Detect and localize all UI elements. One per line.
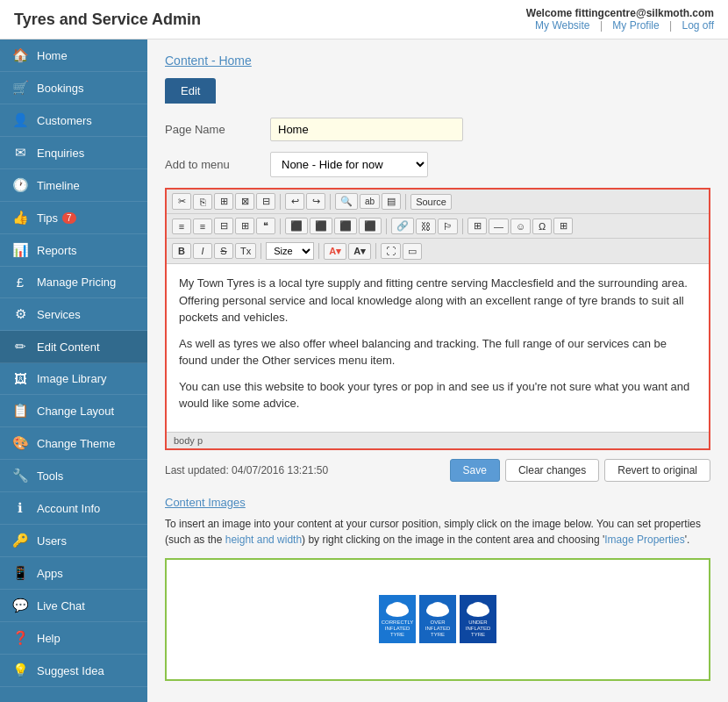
sidebar-item-reports[interactable]: 📊Reports (0, 234, 147, 267)
sidebar-item-image-library[interactable]: 🖼Image Library (0, 363, 147, 395)
btn-paste[interactable]: ⊞ (214, 193, 233, 210)
btn-align-left[interactable]: ⬛ (285, 218, 308, 234)
content-images-title[interactable]: Content Images (165, 496, 710, 509)
btn-select-all[interactable]: ▤ (382, 193, 401, 210)
sidebar-icon-timeline: 🕐 (12, 177, 28, 193)
tab-edit[interactable]: Edit (165, 78, 216, 104)
btn-clear-format[interactable]: Tx (235, 243, 256, 259)
btn-ul[interactable]: ≡ (193, 218, 212, 234)
sidebar-item-account-info[interactable]: ℹAccount Info (0, 492, 147, 525)
btn-indent-dec[interactable]: ⊟ (214, 218, 233, 234)
btn-blockquote[interactable]: ❝ (256, 218, 275, 234)
sidebar-icon-users: 🔑 (12, 533, 28, 548)
sidebar-item-home[interactable]: 🏠Home (0, 39, 147, 72)
log-off-link[interactable]: Log off (682, 19, 714, 32)
sidebar-label-account-info: Account Info (37, 502, 100, 515)
sidebar-item-change-theme[interactable]: 🎨Change Theme (0, 427, 147, 460)
sidebar-item-bookings[interactable]: 🛒Bookings (0, 72, 147, 104)
btn-bg-color[interactable]: A▾ (348, 243, 371, 260)
sidebar-label-image-library: Image Library (37, 372, 106, 385)
sidebar-item-edit-content[interactable]: ✏Edit Content (0, 331, 147, 363)
sidebar-item-manage-pricing[interactable]: £Manage Pricing (0, 267, 147, 298)
btn-iframe[interactable]: ⊞ (553, 218, 573, 234)
btn-find[interactable]: 🔍 (335, 193, 358, 210)
btn-replace[interactable]: ab (360, 194, 380, 209)
btn-font-color[interactable]: A▾ (324, 243, 346, 260)
btn-fullscreen[interactable]: ⛶ (381, 243, 401, 259)
cloud-icon-2 (425, 600, 451, 618)
page-name-label: Page Name (165, 123, 270, 136)
top-header: Tyres and Service Admin Welcome fittingc… (0, 0, 728, 39)
btn-bold[interactable]: B (172, 243, 191, 259)
sidebar-item-apps[interactable]: 📱Apps (0, 557, 147, 590)
sidebar-item-timeline[interactable]: 🕐Timeline (0, 169, 147, 202)
save-button[interactable]: Save (450, 459, 500, 482)
toolbar-row-1: ✂ ⎘ ⊞ ⊠ ⊟ ↩ ↪ 🔍 ab ▤ Source (167, 190, 709, 214)
clear-button[interactable]: Clear changes (505, 459, 599, 482)
sep8 (318, 243, 319, 259)
editor-content[interactable]: My Town Tyres is a local tyre supply and… (167, 264, 709, 432)
sep2 (330, 194, 331, 210)
sidebar-icon-help: ❓ (12, 630, 28, 646)
sep1 (280, 194, 281, 210)
btn-source[interactable]: Source (410, 194, 452, 210)
add-to-menu-select[interactable]: None - Hide for now (270, 152, 428, 177)
btn-emoji[interactable]: ☺ (510, 218, 531, 234)
btn-undo[interactable]: ↩ (285, 193, 304, 210)
editor-statusbar: body p (167, 432, 709, 448)
page-name-input[interactable] (270, 118, 463, 141)
sidebar-item-enquiries[interactable]: ✉Enquiries (0, 137, 147, 169)
btn-copy[interactable]: ⎘ (193, 194, 212, 210)
revert-button[interactable]: Revert to original (604, 459, 710, 482)
btn-italic[interactable]: I (193, 243, 212, 259)
sidebar-item-help[interactable]: ❓Help (0, 622, 147, 655)
sep6 (462, 218, 463, 234)
btn-redo[interactable]: ↪ (306, 193, 325, 210)
my-profile-link[interactable]: My Profile (612, 19, 659, 32)
btn-align-right[interactable]: ⬛ (334, 218, 357, 234)
btn-anchor[interactable]: 🏳 (438, 218, 458, 234)
sidebar-item-suggest-idea[interactable]: 💡Suggest Idea (0, 655, 147, 687)
btn-align-justify[interactable]: ⬛ (359, 218, 382, 234)
sep7 (261, 243, 261, 259)
sidebar-label-change-layout: Change Layout (37, 405, 114, 418)
btn-strikethrough[interactable]: S (214, 243, 233, 259)
sidebar-label-services: Services (37, 308, 81, 321)
sidebar-item-tips[interactable]: 👍Tips7 (0, 202, 147, 234)
btn-show-blocks[interactable]: ▭ (403, 243, 422, 260)
sidebar-label-tools: Tools (37, 469, 63, 483)
my-website-link[interactable]: My Website (535, 19, 589, 32)
tyre-label-3: UNDERINFLATEDTYRE (466, 620, 491, 639)
editor-para-1: My Town Tyres is a local tyre supply and… (179, 275, 696, 326)
btn-special-char[interactable]: Ω (532, 218, 552, 234)
btn-table[interactable]: ⊞ (467, 218, 487, 234)
sidebar-item-users[interactable]: 🔑Users (0, 525, 147, 557)
btn-hr[interactable]: — (489, 218, 509, 234)
breadcrumb[interactable]: Content - Home (165, 54, 710, 68)
sidebar-icon-tips: 👍 (12, 210, 28, 226)
sidebar-item-change-layout[interactable]: 📋Change Layout (0, 395, 147, 427)
sidebar-icon-change-theme: 🎨 (12, 435, 28, 451)
tyre-block-2: OVERINFLATEDTYRE (419, 595, 456, 644)
tyre-label-2: OVERINFLATEDTYRE (425, 620, 451, 639)
btn-paste3[interactable]: ⊟ (256, 193, 275, 210)
sidebar-icon-account-info: ℹ (12, 500, 28, 516)
sidebar-item-tools[interactable]: 🔧Tools (0, 460, 147, 492)
sidebar-icon-change-layout: 📋 (12, 403, 28, 419)
editor-wrapper: ✂ ⎘ ⊞ ⊠ ⊟ ↩ ↪ 🔍 ab ▤ Source ≡ ≡ ⊟ ⊞ (165, 188, 710, 450)
sidebar-label-apps: Apps (37, 567, 63, 580)
btn-paste2[interactable]: ⊠ (235, 193, 254, 210)
btn-unlink[interactable]: ⛓ (416, 218, 436, 234)
sep4 (280, 218, 281, 234)
sidebar-item-live-chat[interactable]: 💬Live Chat (0, 590, 147, 622)
btn-indent-inc[interactable]: ⊞ (235, 218, 254, 234)
sidebar-item-customers[interactable]: 👤Customers (0, 104, 147, 137)
sidebar-icon-apps: 📱 (12, 565, 28, 581)
btn-ol[interactable]: ≡ (172, 218, 191, 234)
btn-align-center[interactable]: ⬛ (310, 218, 332, 234)
image-gallery[interactable]: CORRECTLYINFLATEDTYRE OVERINFLATEDTYRE (165, 558, 710, 681)
sidebar-item-services[interactable]: ⚙Services (0, 298, 147, 331)
btn-cut[interactable]: ✂ (172, 193, 191, 210)
btn-link[interactable]: 🔗 (391, 218, 414, 234)
font-size-select[interactable]: Size ▾ (266, 242, 314, 260)
